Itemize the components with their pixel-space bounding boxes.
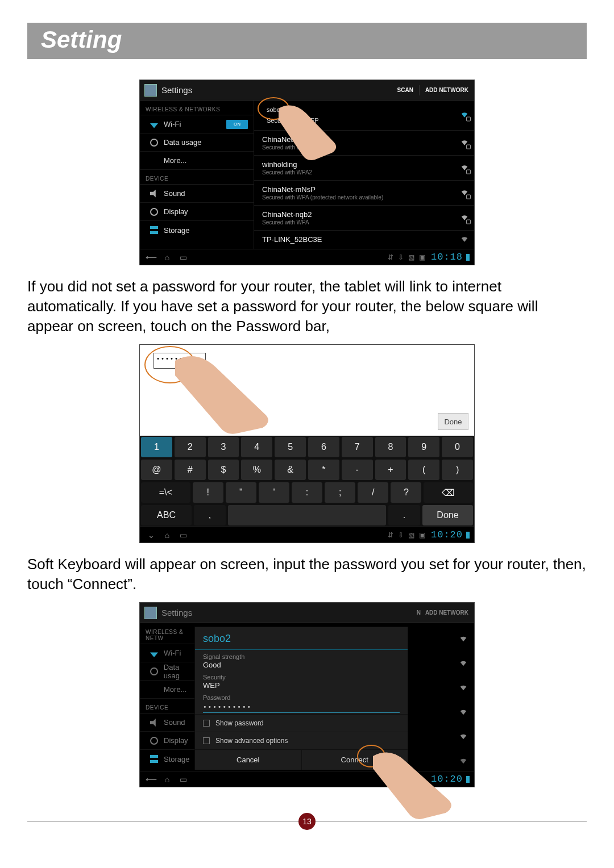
key-amp[interactable]: & bbox=[275, 460, 306, 480]
add-network-action[interactable]: ADD NETWORK bbox=[420, 87, 474, 93]
key-squote[interactable]: ' bbox=[259, 482, 289, 503]
wifi-name: ChinaNet-mNsP bbox=[262, 185, 451, 194]
menu-sound[interactable]: Sound bbox=[140, 185, 254, 203]
key-dollar[interactable]: $ bbox=[208, 460, 239, 480]
key-shift-sym[interactable]: =\< bbox=[141, 482, 190, 503]
key-3[interactable]: 3 bbox=[208, 437, 239, 457]
key-4[interactable]: 4 bbox=[241, 437, 272, 457]
wifi-signal-icon bbox=[459, 757, 467, 766]
key-hash[interactable]: # bbox=[175, 460, 206, 480]
sd-icon: ▧ bbox=[408, 253, 414, 261]
category-device: DEVICE bbox=[140, 170, 254, 185]
connect-button[interactable]: Connect bbox=[301, 750, 408, 770]
show-password-row[interactable]: Show password bbox=[195, 714, 408, 732]
scan-action[interactable]: SCAN bbox=[392, 87, 419, 93]
menu-more-label: More... bbox=[164, 156, 186, 165]
settings-titlebar: Settings N ADD NETWORK bbox=[140, 603, 474, 623]
add-network-action[interactable]: N ADD NETWORK bbox=[411, 610, 474, 616]
menu-display[interactable]: Display bbox=[140, 203, 254, 221]
key-6[interactable]: 6 bbox=[308, 437, 339, 457]
key-minus[interactable]: - bbox=[342, 460, 373, 480]
checkbox-icon[interactable] bbox=[203, 720, 210, 727]
cancel-button[interactable]: Cancel bbox=[195, 750, 301, 770]
recent-icon[interactable]: ▭ bbox=[176, 775, 190, 784]
settings-icon bbox=[144, 607, 157, 619]
key-rparen[interactable]: ) bbox=[442, 460, 473, 480]
display-icon bbox=[150, 208, 158, 216]
wifi-signal-icon bbox=[460, 235, 468, 245]
sound-icon bbox=[150, 190, 158, 198]
keyboard-hide-icon[interactable]: ⌄ bbox=[144, 531, 158, 540]
home-icon[interactable]: ⌂ bbox=[160, 775, 174, 784]
settings-titlebar: Settings SCAN ADD NETWORK bbox=[140, 80, 474, 101]
wifi-network-list: sobo2 Secured with WEP ChinaNet Secured … bbox=[254, 101, 474, 249]
key-done[interactable]: Done bbox=[422, 505, 473, 525]
wifi-signal-icon bbox=[459, 659, 467, 669]
wifi-network-item[interactable]: ChinaNet-nqb2 Secured with WPA bbox=[254, 206, 474, 231]
key-9[interactable]: 9 bbox=[408, 437, 439, 457]
wifi-signal-lock-icon bbox=[460, 213, 468, 223]
checkbox-icon[interactable] bbox=[203, 737, 210, 744]
show-advanced-label: Show advanced options bbox=[215, 737, 288, 745]
back-icon[interactable]: ⟵ bbox=[144, 253, 158, 262]
menu-display-label: Display bbox=[164, 736, 188, 745]
security-value: WEP bbox=[203, 681, 400, 690]
menu-data-usage[interactable]: Data usage bbox=[140, 133, 254, 152]
key-1[interactable]: 1 bbox=[141, 437, 172, 457]
key-2[interactable]: 2 bbox=[175, 437, 206, 457]
display-icon bbox=[150, 737, 158, 745]
wifi-network-item[interactable]: ChinaNet Secured with W bbox=[254, 131, 474, 156]
dialog-title: sobo2 bbox=[195, 627, 408, 650]
key-star[interactable]: * bbox=[308, 460, 339, 480]
wifi-sub: Secured with WPA2 bbox=[262, 169, 451, 176]
key-lparen[interactable]: ( bbox=[408, 460, 439, 480]
done-button[interactable]: Done bbox=[438, 413, 468, 430]
home-icon[interactable]: ⌂ bbox=[160, 253, 174, 262]
back-icon[interactable]: ⟵ bbox=[144, 775, 158, 784]
menu-storage[interactable]: Storage bbox=[140, 221, 254, 239]
wifi-network-item[interactable]: ChinaNet-mNsP Secured with WPA (protecte… bbox=[254, 181, 474, 206]
recent-icon[interactable]: ▭ bbox=[176, 253, 190, 262]
key-plus[interactable]: + bbox=[375, 460, 406, 480]
key-percent[interactable]: % bbox=[241, 460, 272, 480]
key-7[interactable]: 7 bbox=[342, 437, 373, 457]
key-dquote[interactable]: " bbox=[226, 482, 256, 503]
settings-title: Settings bbox=[161, 85, 192, 95]
recent-icon[interactable]: ▭ bbox=[176, 531, 190, 540]
key-semi[interactable]: ; bbox=[325, 482, 355, 503]
wifi-network-item[interactable]: TP-LINK_52BC3E bbox=[254, 231, 474, 249]
menu-wifi[interactable]: Wi-Fi ON bbox=[140, 115, 254, 133]
battery-icon bbox=[466, 254, 470, 261]
key-abc[interactable]: ABC bbox=[141, 505, 192, 525]
page-section-title: Setting bbox=[27, 23, 587, 59]
nav-bar: ⟵ ⌂ ▭ ⇵ ⇩ 10:20 bbox=[140, 771, 474, 787]
data-usage-icon bbox=[150, 139, 158, 147]
sound-icon bbox=[150, 719, 158, 727]
key-0[interactable]: 0 bbox=[442, 437, 473, 457]
home-icon[interactable]: ⌂ bbox=[160, 531, 174, 540]
key-backspace[interactable]: ⌫ bbox=[424, 482, 473, 503]
menu-storage-label: Storage bbox=[164, 226, 190, 235]
soft-keyboard: 1 2 3 4 5 6 7 8 9 0 @ # $ % & * - + ( ) … bbox=[140, 436, 474, 527]
key-period[interactable]: . bbox=[388, 505, 420, 525]
wifi-sub-chip: Secured with WEP bbox=[262, 116, 451, 126]
page-number-badge: 13 bbox=[298, 813, 316, 830]
key-colon[interactable]: : bbox=[292, 482, 322, 503]
key-slash[interactable]: / bbox=[358, 482, 388, 503]
wifi-network-item[interactable]: winholding Secured with WPA2 bbox=[254, 156, 474, 181]
menu-more[interactable]: More... bbox=[140, 152, 254, 170]
key-bang[interactable]: ! bbox=[193, 482, 223, 503]
menu-data-usage-label: Data usag bbox=[164, 663, 197, 680]
menu-wifi-label: Wi-Fi bbox=[164, 120, 181, 128]
blank-icon bbox=[150, 157, 158, 165]
key-at[interactable]: @ bbox=[141, 460, 172, 480]
wifi-toggle[interactable]: ON bbox=[226, 120, 248, 129]
battery-icon bbox=[466, 776, 470, 783]
key-5[interactable]: 5 bbox=[275, 437, 306, 457]
wifi-sub: Secured with WPA bbox=[262, 219, 451, 226]
key-comma[interactable]: , bbox=[194, 505, 226, 525]
key-qmark[interactable]: ? bbox=[391, 482, 421, 503]
key-space[interactable] bbox=[228, 505, 386, 525]
key-8[interactable]: 8 bbox=[375, 437, 406, 457]
password-field[interactable]: •••••••••• bbox=[203, 703, 400, 713]
